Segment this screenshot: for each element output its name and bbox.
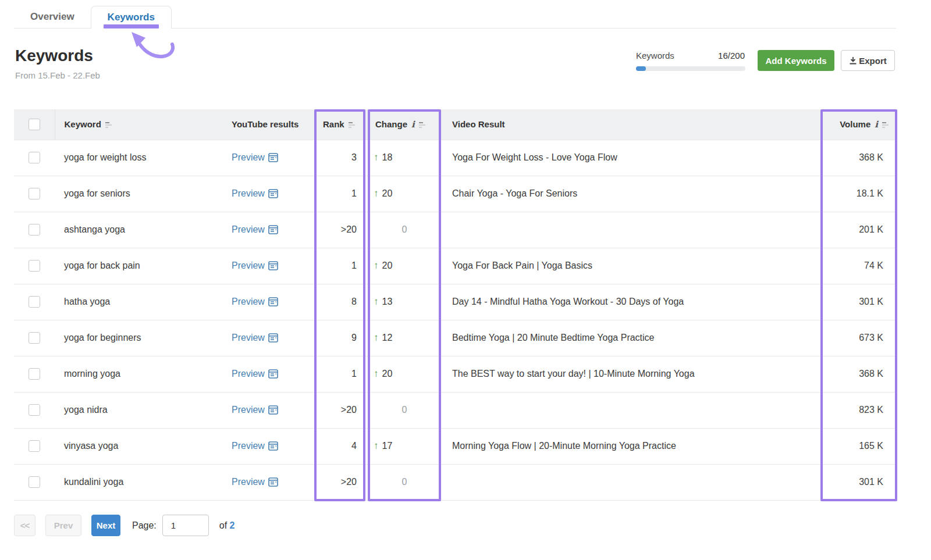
tab-active-underline (104, 24, 159, 28)
preview-link-label: Preview (232, 224, 265, 235)
change-cell: ↑20 (366, 356, 443, 392)
column-header-keyword[interactable]: Keyword (55, 109, 222, 140)
keyword-cell: yoga for weight loss (55, 140, 222, 176)
preview-link[interactable]: Preview (232, 188, 278, 199)
pagination-first-button[interactable]: << (14, 515, 35, 536)
preview-window-icon (268, 153, 278, 162)
video-result-cell: Bedtime Yoga | 20 Minute Bedtime Yoga Pr… (443, 320, 820, 356)
tab-overview[interactable]: Overview (14, 6, 91, 28)
preview-link-label: Preview (232, 477, 265, 487)
change-value: 18 (382, 152, 393, 162)
preview-link[interactable]: Preview (232, 261, 278, 271)
add-keywords-button[interactable]: Add Keywords (758, 50, 834, 71)
change-value: 13 (382, 297, 393, 306)
rank-cell: 4 (315, 428, 366, 464)
info-icon[interactable]: i (411, 119, 415, 130)
volume-cell: 165 K (820, 428, 897, 464)
column-header-volume[interactable]: Volumei (820, 109, 897, 140)
change-value: 0 (402, 405, 407, 415)
sort-icon[interactable] (105, 121, 112, 128)
row-checkbox[interactable] (29, 260, 40, 272)
video-result-cell: Yoga For Weight Loss - Love Yoga Flow (443, 140, 820, 176)
page-number-input[interactable] (162, 515, 209, 536)
rank-header-label: Rank (323, 119, 344, 129)
preview-window-icon (268, 261, 278, 270)
tab-bar: Overview Keywords (14, 6, 896, 28)
preview-link-label: Preview (232, 405, 265, 415)
keyword-cell: ashtanga yoga (55, 212, 222, 248)
volume-cell: 301 K (820, 464, 897, 500)
keywords-table: Keyword YouTube results Rank Changei Vid… (14, 109, 897, 501)
row-checkbox[interactable] (29, 224, 40, 236)
info-icon[interactable]: i (875, 119, 878, 130)
pagination-prev-button[interactable]: Prev (45, 515, 81, 536)
rank-cell: >20 (315, 392, 366, 428)
volume-cell: 18.1 K (820, 176, 897, 212)
preview-link[interactable]: Preview (232, 297, 278, 307)
table-row: yoga for beginners Preview 9 ↑12 Bedtime… (14, 320, 897, 356)
row-checkbox[interactable] (29, 188, 40, 199)
row-checkbox[interactable] (29, 440, 40, 452)
row-checkbox[interactable] (29, 296, 40, 308)
rank-cell: 1 (315, 248, 366, 284)
rank-up-arrow-icon: ↑ (374, 440, 379, 451)
table-row: vinyasa yoga Preview 4 ↑17 Morning Yoga … (14, 428, 897, 464)
volume-cell: 823 K (820, 392, 897, 428)
table-row: ashtanga yoga Preview >20 0 201 K (14, 212, 897, 248)
row-checkbox[interactable] (29, 152, 40, 163)
sort-icon[interactable] (348, 121, 356, 128)
table-row: yoga for weight loss Preview 3 ↑18 Yoga … (14, 140, 897, 176)
page-label: Page: (132, 520, 157, 531)
table-row: yoga nidra Preview >20 0 823 K (14, 392, 897, 428)
video-result-cell: Yoga For Back Pain | Yoga Basics (443, 248, 820, 284)
video-result-cell: Chair Yoga - Yoga For Seniors (443, 176, 820, 212)
page-title: Keywords (15, 47, 93, 65)
preview-link[interactable]: Preview (232, 477, 278, 487)
youtube-results-header-label: YouTube results (232, 119, 299, 129)
sort-icon[interactable] (418, 121, 426, 128)
keywords-limit-progressbar (636, 66, 745, 71)
preview-window-icon (268, 225, 278, 234)
column-header-rank[interactable]: Rank (315, 109, 366, 140)
column-header-change[interactable]: Changei (366, 109, 443, 140)
row-checkbox[interactable] (29, 332, 40, 344)
preview-link[interactable]: Preview (232, 441, 278, 451)
page-of-label: of 2 (219, 520, 235, 531)
tab-keywords[interactable]: Keywords (91, 6, 172, 28)
export-button[interactable]: Export (841, 50, 895, 71)
keyword-cell: yoga nidra (55, 392, 222, 428)
row-checkbox[interactable] (29, 368, 40, 380)
sort-icon[interactable] (882, 121, 889, 128)
row-checkbox[interactable] (29, 404, 40, 416)
page-total: 2 (230, 520, 235, 530)
preview-link[interactable]: Preview (232, 224, 278, 235)
change-cell: ↑13 (366, 284, 443, 320)
change-value: 20 (382, 369, 393, 379)
table-row: kundalini yoga Preview >20 0 301 K (14, 464, 897, 500)
change-value: 20 (382, 261, 393, 270)
change-value: 17 (382, 441, 393, 451)
rank-up-arrow-icon: ↑ (374, 296, 379, 307)
change-header-label: Change (375, 119, 407, 129)
preview-link[interactable]: Preview (232, 152, 278, 163)
table-row: yoga for back pain Preview 1 ↑20 Yoga Fo… (14, 248, 897, 284)
volume-cell: 301 K (820, 284, 897, 320)
preview-link-label: Preview (232, 369, 265, 379)
pagination-next-button[interactable]: Next (91, 515, 120, 536)
change-cell: ↑17 (366, 428, 443, 464)
change-cell: ↑20 (366, 176, 443, 212)
video-result-cell (443, 212, 820, 248)
change-cell: 0 (366, 212, 443, 248)
row-checkbox[interactable] (29, 476, 40, 488)
preview-link[interactable]: Preview (232, 333, 278, 343)
rank-cell: 1 (315, 356, 366, 392)
video-result-cell: Day 14 - Mindful Hatha Yoga Workout - 30… (443, 284, 820, 320)
preview-link[interactable]: Preview (232, 405, 278, 415)
select-all-checkbox[interactable] (29, 119, 40, 130)
rank-cell: 1 (315, 176, 366, 212)
page-subtitle: From 15.Feb - 22.Feb (15, 70, 100, 80)
preview-link[interactable]: Preview (232, 369, 278, 379)
preview-window-icon (268, 189, 278, 198)
keywords-limit-progress-fill (636, 66, 646, 71)
preview-link-label: Preview (232, 188, 265, 199)
